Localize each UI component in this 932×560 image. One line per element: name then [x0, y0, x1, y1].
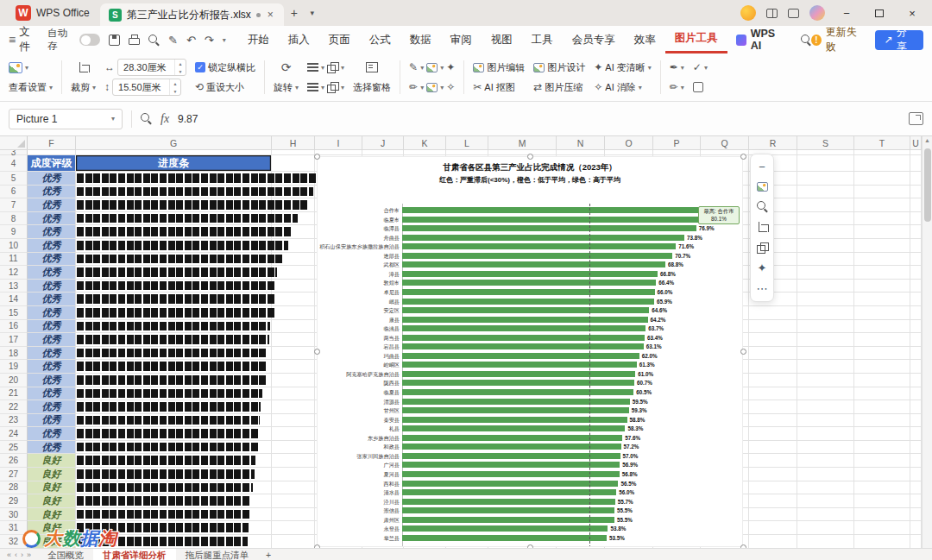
row-header-28[interactable]: 28	[0, 481, 28, 495]
cell-F9[interactable]: 优秀	[28, 225, 76, 239]
file-menu[interactable]: 文件	[19, 25, 39, 54]
cell-S26[interactable]	[797, 454, 854, 468]
cell-U32[interactable]	[910, 535, 922, 548]
sheet-tab-2[interactable]: 拖后腿重点清单	[176, 549, 259, 560]
column-header-J[interactable]: J	[362, 136, 404, 149]
cell-T20[interactable]	[854, 374, 910, 387]
cell-T13[interactable]	[854, 280, 910, 293]
cell-R15[interactable]	[749, 306, 797, 320]
document-tab[interactable]: S 第三产业占比分析报告.xlsx ×	[100, 3, 284, 26]
cell-R28[interactable]	[749, 481, 797, 495]
cell-G9[interactable]	[76, 225, 272, 239]
search-icon[interactable]	[801, 35, 811, 46]
row-header-22[interactable]: 22	[0, 400, 28, 414]
beautify-image-icon[interactable]	[757, 182, 768, 192]
cell-T31[interactable]	[854, 521, 910, 535]
cell-U16[interactable]	[910, 320, 922, 334]
cell-H32[interactable]	[272, 535, 315, 548]
menu-item-8[interactable]: 会员专享	[563, 26, 625, 53]
cell-U5[interactable]	[910, 172, 922, 186]
cell-H15[interactable]	[272, 306, 315, 320]
cell-F30[interactable]: 良好	[28, 508, 76, 522]
width-spinner[interactable]: 28.30厘米 ▲▼	[117, 59, 186, 76]
print-icon[interactable]	[129, 38, 140, 45]
cell-T25[interactable]	[854, 441, 910, 455]
cell-H20[interactable]	[272, 374, 315, 387]
cell-S29[interactable]	[797, 494, 854, 508]
row-header-21[interactable]: 21	[0, 387, 28, 401]
cell-H16[interactable]	[272, 320, 315, 334]
next-sheet-icon[interactable]: ›	[21, 551, 23, 559]
cell-T12[interactable]	[854, 266, 910, 280]
cell-U17[interactable]	[910, 333, 922, 347]
row-header-23[interactable]: 23	[0, 414, 28, 428]
cell-S20[interactable]	[797, 374, 854, 387]
tab-list-chevron-icon[interactable]: ▾	[305, 9, 320, 17]
pencil-icon[interactable]: ✏	[670, 81, 678, 93]
cell-H12[interactable]	[272, 266, 315, 280]
cell-F4[interactable]: 成度评级	[28, 155, 76, 172]
column-header-F[interactable]: F	[28, 136, 76, 149]
picture-fill-icon[interactable]: ✏	[409, 81, 418, 93]
cell-H19[interactable]	[272, 360, 315, 374]
cell-U12[interactable]	[910, 266, 922, 280]
bring-forward-icon[interactable]	[327, 62, 338, 72]
cell-S19[interactable]	[797, 360, 854, 374]
cell-U8[interactable]	[910, 212, 922, 226]
cell-S14[interactable]	[797, 293, 854, 306]
cell-H27[interactable]	[272, 468, 315, 481]
cell-S27[interactable]	[797, 468, 854, 481]
selection-handle-middle-left[interactable]	[314, 349, 320, 355]
cell-G26[interactable]	[76, 454, 272, 468]
cell-R27[interactable]	[749, 468, 797, 481]
height-up-icon[interactable]: ▲	[170, 79, 180, 87]
cell-H14[interactable]	[272, 293, 315, 306]
cell-T17[interactable]	[854, 333, 910, 347]
row-header-14[interactable]: 14	[0, 293, 28, 306]
ai-matting-button[interactable]: ✂ AI 抠图	[473, 78, 525, 97]
cell-U10[interactable]	[910, 239, 922, 253]
menu-item-9[interactable]: 效率	[625, 26, 665, 53]
app-tab[interactable]: W WPS Office	[5, 0, 100, 26]
cell-T28[interactable]	[854, 481, 910, 495]
column-header-S[interactable]: S	[797, 136, 854, 149]
cell-F19[interactable]: 优秀	[28, 360, 76, 374]
cell-S17[interactable]	[797, 333, 854, 347]
column-header-O[interactable]: O	[605, 136, 653, 149]
cell-F26[interactable]: 良好	[28, 454, 76, 468]
cell-F13[interactable]: 优秀	[28, 280, 76, 293]
row-header-10[interactable]: 10	[0, 239, 28, 253]
cell-G8[interactable]	[76, 212, 272, 226]
selection-pane-button[interactable]: 选择窗格	[353, 78, 391, 97]
cell-H30[interactable]	[272, 508, 315, 522]
cell-F23[interactable]: 优秀	[28, 414, 76, 428]
height-down-icon[interactable]: ▼	[170, 87, 180, 95]
cell-G6[interactable]	[76, 186, 272, 199]
last-sheet-icon[interactable]: »	[27, 551, 31, 559]
selection-handle-bottom-middle[interactable]	[527, 544, 533, 549]
quick-access-chevron-icon[interactable]: ▾	[223, 36, 226, 44]
ai-sharpen-button[interactable]: ✦ AI 变清晰▾	[594, 58, 652, 77]
cell-T27[interactable]	[854, 468, 910, 481]
cell-T16[interactable]	[854, 320, 910, 334]
insert-picture-button[interactable]: ▾	[9, 58, 53, 77]
window-split-icon[interactable]	[766, 9, 778, 18]
row-header-25[interactable]: 25	[0, 441, 28, 455]
cell-F18[interactable]: 优秀	[28, 347, 76, 361]
cell-G17[interactable]	[76, 333, 272, 347]
first-sheet-icon[interactable]: «	[7, 551, 11, 559]
height-spinner[interactable]: 15.50厘米 ▲▼	[112, 79, 181, 96]
crop-button[interactable]: 裁剪▾	[71, 78, 96, 97]
cell-S23[interactable]	[797, 414, 854, 428]
reset-size-button[interactable]: ⟲ 重设大小	[195, 78, 255, 97]
collapse-toolbar-icon[interactable]: −	[759, 161, 765, 173]
cell-U15[interactable]	[910, 306, 922, 320]
distribute-icon[interactable]	[307, 83, 318, 92]
cell-U14[interactable]	[910, 293, 922, 306]
cell-R31[interactable]	[749, 521, 797, 535]
cell-S24[interactable]	[797, 427, 854, 441]
cell-S6[interactable]	[797, 186, 854, 199]
cell-U22[interactable]	[910, 400, 922, 414]
cell-U24[interactable]	[910, 427, 922, 441]
close-button[interactable]: ×	[901, 7, 923, 20]
